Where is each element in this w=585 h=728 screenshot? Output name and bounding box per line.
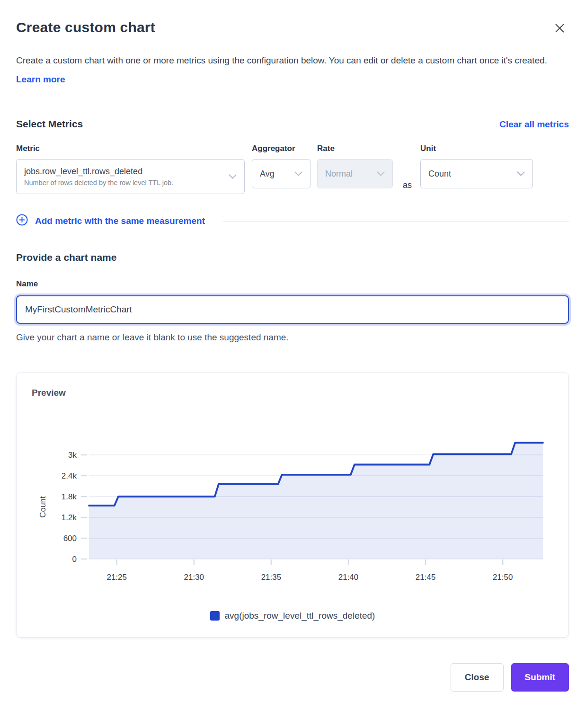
rate-field: Rate Normal bbox=[317, 144, 393, 188]
select-metrics-heading: Select Metrics bbox=[16, 118, 83, 130]
dialog-description-text: Create a custom chart with one or more m… bbox=[16, 55, 547, 65]
svg-text:600: 600 bbox=[63, 534, 77, 543]
as-label: as bbox=[403, 180, 412, 194]
aggregator-select-value: Avg bbox=[260, 169, 275, 179]
rate-select-value: Normal bbox=[325, 169, 353, 179]
aggregator-field: Aggregator Avg bbox=[252, 144, 310, 188]
add-metric-link-label: Add metric with the same measurement bbox=[35, 216, 205, 226]
metric-config-row: Metric jobs.row_level_ttl.rows_deleted N… bbox=[16, 144, 569, 194]
metric-select-texts: jobs.row_level_ttl.rows_deleted Number o… bbox=[24, 167, 173, 186]
legend-swatch bbox=[210, 611, 220, 621]
svg-text:1.8k: 1.8k bbox=[62, 492, 77, 501]
close-icon bbox=[554, 28, 565, 35]
rate-label: Rate bbox=[317, 144, 393, 153]
metric-select[interactable]: jobs.row_level_ttl.rows_deleted Number o… bbox=[16, 159, 245, 194]
svg-text:3k: 3k bbox=[68, 451, 77, 460]
metric-label: Metric bbox=[16, 144, 245, 153]
unit-label: Unit bbox=[420, 144, 533, 153]
chevron-down-icon bbox=[294, 169, 302, 179]
close-dialog-button[interactable] bbox=[550, 19, 569, 39]
svg-text:21:40: 21:40 bbox=[338, 573, 359, 582]
svg-text:21:30: 21:30 bbox=[184, 573, 204, 582]
chart-name-input[interactable] bbox=[16, 295, 569, 324]
name-label: Name bbox=[16, 279, 569, 289]
svg-text:21:25: 21:25 bbox=[106, 573, 127, 582]
unit-select[interactable]: Count bbox=[420, 159, 533, 188]
svg-text:0: 0 bbox=[72, 555, 77, 564]
submit-button[interactable]: Submit bbox=[511, 663, 569, 692]
preview-heading: Preview bbox=[32, 388, 553, 398]
legend-label: avg(jobs_row_level_ttl_rows_deleted) bbox=[225, 611, 375, 621]
chevron-down-icon bbox=[517, 169, 525, 179]
learn-more-link[interactable]: Learn more bbox=[16, 74, 65, 84]
add-metric-link[interactable]: Add metric with the same measurement bbox=[16, 214, 205, 228]
svg-text:21:35: 21:35 bbox=[261, 573, 282, 582]
page-title: Create custom chart bbox=[16, 17, 155, 38]
preview-chart: 06001.2k1.8k2.4k3k21:2521:3021:3521:4021… bbox=[32, 417, 555, 586]
preview-card: Preview 06001.2k1.8k2.4k3k21:2521:3021:3… bbox=[16, 372, 569, 638]
svg-text:21:50: 21:50 bbox=[493, 573, 513, 582]
dialog-header: Create custom chart bbox=[16, 17, 569, 39]
dialog-description: Create a custom chart with one or more m… bbox=[16, 51, 565, 89]
name-hint: Give your chart a name or leave it blank… bbox=[16, 332, 569, 343]
select-metrics-header: Select Metrics Clear all metrics bbox=[16, 118, 569, 130]
metric-select-value: jobs.row_level_ttl.rows_deleted bbox=[24, 167, 173, 177]
rate-select: Normal bbox=[317, 159, 393, 188]
add-metric-row: Add metric with the same measurement bbox=[16, 214, 569, 228]
chart-name-heading: Provide a chart name bbox=[16, 252, 569, 263]
plus-circle-icon bbox=[16, 214, 28, 228]
chart-legend: avg(jobs_row_level_ttl_rows_deleted) bbox=[32, 599, 553, 626]
chart-area: 06001.2k1.8k2.4k3k21:2521:3021:3521:4021… bbox=[32, 417, 553, 586]
metric-select-description: Number of rows deleted by the row level … bbox=[24, 179, 173, 186]
unit-field: Unit Count bbox=[420, 144, 533, 188]
metric-field: Metric jobs.row_level_ttl.rows_deleted N… bbox=[16, 144, 245, 194]
aggregator-label: Aggregator bbox=[252, 144, 310, 153]
dialog-footer: Close Submit bbox=[16, 663, 569, 692]
svg-text:Count: Count bbox=[38, 496, 47, 518]
divider bbox=[223, 221, 569, 222]
close-button[interactable]: Close bbox=[451, 663, 504, 692]
svg-text:21:45: 21:45 bbox=[416, 573, 436, 582]
unit-select-value: Count bbox=[428, 169, 451, 179]
clear-all-metrics-link[interactable]: Clear all metrics bbox=[499, 119, 569, 130]
svg-text:2.4k: 2.4k bbox=[62, 471, 77, 480]
chevron-down-icon bbox=[377, 169, 385, 179]
aggregator-select[interactable]: Avg bbox=[252, 159, 310, 188]
svg-text:1.2k: 1.2k bbox=[62, 513, 77, 522]
chevron-down-icon bbox=[229, 172, 237, 182]
